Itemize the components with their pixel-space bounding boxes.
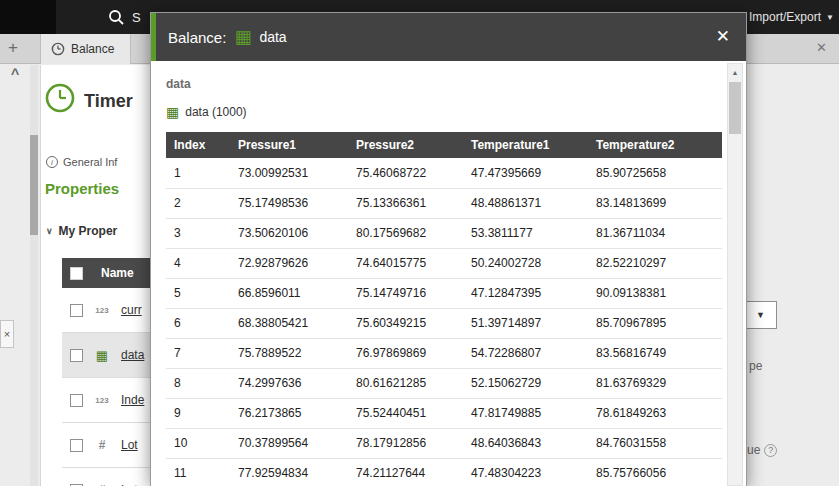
chevron-down-icon: ▼ xyxy=(826,13,834,22)
tab-balance[interactable]: Balance xyxy=(40,34,131,64)
row-type-icon: # xyxy=(93,438,111,452)
cell-pressure1: 75.7889522 xyxy=(230,338,348,368)
name-column-header: Name xyxy=(101,266,134,280)
cell-index: 1 xyxy=(166,158,230,188)
data-table-row: 7 75.7889522 76.97869869 54.72286807 83.… xyxy=(166,338,722,368)
search-icon[interactable] xyxy=(108,9,125,26)
dialog-scrollbar-thumb[interactable] xyxy=(729,82,741,134)
general-tab-label: General Inf xyxy=(63,156,117,168)
close-tab-icon[interactable]: ✕ xyxy=(816,40,827,55)
cell-pressure1: 74.2997636 xyxy=(230,368,348,398)
row-link[interactable]: Inde xyxy=(121,393,144,407)
scroll-up-arrow-icon[interactable]: ▲ xyxy=(728,64,742,80)
row-checkbox[interactable] xyxy=(70,304,83,317)
data-table-row: 10 70.37899564 78.17912856 48.64036843 8… xyxy=(166,428,722,458)
import-export-button[interactable]: Import/Export ▼ xyxy=(749,0,834,34)
scroll-up-icon[interactable]: ^ xyxy=(11,66,19,82)
cell-temperature2: 81.36711034 xyxy=(588,218,722,248)
dialog-title-item: data xyxy=(259,29,286,45)
section-label: data xyxy=(166,77,191,91)
cell-temperature2: 84.76031558 xyxy=(588,428,722,458)
data-table-row: 1 73.00992531 75.46068722 47.47395669 85… xyxy=(166,158,722,188)
column-header-pressure2: Pressure2 xyxy=(348,132,463,158)
left-scrollbar-thumb[interactable] xyxy=(30,135,38,235)
row-type-icon: 123 xyxy=(93,306,111,315)
data-table-row: 5 66.8596011 75.14749716 47.12847395 90.… xyxy=(166,278,722,308)
import-export-label: Import/Export xyxy=(749,10,821,24)
row-type-icon: ▦ xyxy=(93,348,111,363)
search-text[interactable]: S xyxy=(132,10,141,25)
cell-temperature1: 48.48861371 xyxy=(463,188,588,218)
info-icon: i xyxy=(46,156,58,168)
column-header-temperature1: Temperature1 xyxy=(463,132,588,158)
chevron-down-icon: ∨ xyxy=(46,226,53,236)
modal-table-body: 1 73.00992531 75.46068722 47.47395669 85… xyxy=(166,158,722,486)
data-table-header: Index Pressure1 Pressure2 Temperature1 T… xyxy=(166,132,722,158)
timer-clock-icon xyxy=(44,82,76,114)
balance-data-dialog: Balance: ▦ data ✕ data ▦ data (1000) Ind… xyxy=(150,12,747,486)
cell-index: 10 xyxy=(166,428,230,458)
dialog-close-icon[interactable]: ✕ xyxy=(716,26,730,47)
cell-pressure2: 75.14749716 xyxy=(348,278,463,308)
logo-block xyxy=(0,0,56,34)
cell-temperature1: 52.15062729 xyxy=(463,368,588,398)
cell-temperature1: 54.72286807 xyxy=(463,338,588,368)
cell-index: 3 xyxy=(166,218,230,248)
cell-pressure1: 68.38805421 xyxy=(230,308,348,338)
cell-temperature2: 82.52210297 xyxy=(588,248,722,278)
value-label-row: ue ? xyxy=(747,443,777,457)
row-link[interactable]: Lot xyxy=(121,438,138,452)
row-link[interactable]: curr xyxy=(121,303,142,317)
cell-temperature2: 78.61849263 xyxy=(588,398,722,428)
row-checkbox[interactable] xyxy=(70,439,83,452)
cell-pressure1: 72.92879626 xyxy=(230,248,348,278)
cell-temperature1: 48.64036843 xyxy=(463,428,588,458)
data-table-row: 9 76.2173865 75.52440451 47.81749885 78.… xyxy=(166,398,722,428)
cell-pressure2: 75.60349215 xyxy=(348,308,463,338)
data-table-row: 6 68.38805421 75.60349215 51.39714897 85… xyxy=(166,308,722,338)
cell-pressure1: 70.37899564 xyxy=(230,428,348,458)
new-tab-button[interactable]: + xyxy=(8,38,18,58)
help-icon[interactable]: ? xyxy=(764,444,777,457)
my-properties-toggle[interactable]: ∨ My Proper xyxy=(46,224,117,238)
data-table-row: 11 77.92594834 74.21127644 47.48304223 8… xyxy=(166,458,722,486)
cell-index: 5 xyxy=(166,278,230,308)
data-table-row: 8 74.2997636 80.61621285 52.15062729 81.… xyxy=(166,368,722,398)
cell-pressure1: 73.00992531 xyxy=(230,158,348,188)
cell-index: 6 xyxy=(166,308,230,338)
tab-label: Balance xyxy=(71,42,114,56)
column-header-temperature2: Temperature2 xyxy=(588,132,722,158)
cell-index: 4 xyxy=(166,248,230,278)
type-dropdown-button[interactable]: ▼ xyxy=(744,301,777,329)
dialog-scrollbar[interactable]: ▲ xyxy=(727,63,743,486)
cell-pressure1: 76.2173865 xyxy=(230,398,348,428)
properties-heading: Properties xyxy=(45,180,119,197)
value-label: ue xyxy=(747,443,760,457)
left-scrollbar-track[interactable] xyxy=(30,65,38,486)
select-all-checkbox[interactable] xyxy=(70,267,83,280)
cell-pressure2: 80.61621285 xyxy=(348,368,463,398)
dialog-title-prefix: Balance: xyxy=(168,29,226,46)
cell-pressure2: 75.13366361 xyxy=(348,188,463,218)
cell-temperature2: 83.14813699 xyxy=(588,188,722,218)
data-table-row: 3 73.50620106 80.17569682 53.3811177 81.… xyxy=(166,218,722,248)
search-field[interactable]: S xyxy=(108,0,141,34)
cell-pressure2: 80.17569682 xyxy=(348,218,463,248)
cell-temperature1: 50.24002728 xyxy=(463,248,588,278)
row-link[interactable]: data xyxy=(121,348,144,362)
cell-pressure1: 75.17498536 xyxy=(230,188,348,218)
cell-temperature1: 53.3811177 xyxy=(463,218,588,248)
panel-collapse-button[interactable]: × xyxy=(0,320,14,348)
cell-temperature2: 83.56816749 xyxy=(588,338,722,368)
row-checkbox[interactable] xyxy=(70,394,83,407)
row-checkbox[interactable] xyxy=(70,349,83,362)
cell-index: 11 xyxy=(166,458,230,486)
tab-general-information[interactable]: i General Inf xyxy=(46,156,117,168)
cell-temperature2: 85.90725658 xyxy=(588,158,722,188)
cell-index: 9 xyxy=(166,398,230,428)
dataset-label: data (1000) xyxy=(185,105,246,119)
row-type-icon: 123 xyxy=(93,396,111,405)
dataset-row[interactable]: ▦ data (1000) xyxy=(166,105,247,119)
cell-temperature2: 85.70967895 xyxy=(588,308,722,338)
cell-pressure1: 66.8596011 xyxy=(230,278,348,308)
